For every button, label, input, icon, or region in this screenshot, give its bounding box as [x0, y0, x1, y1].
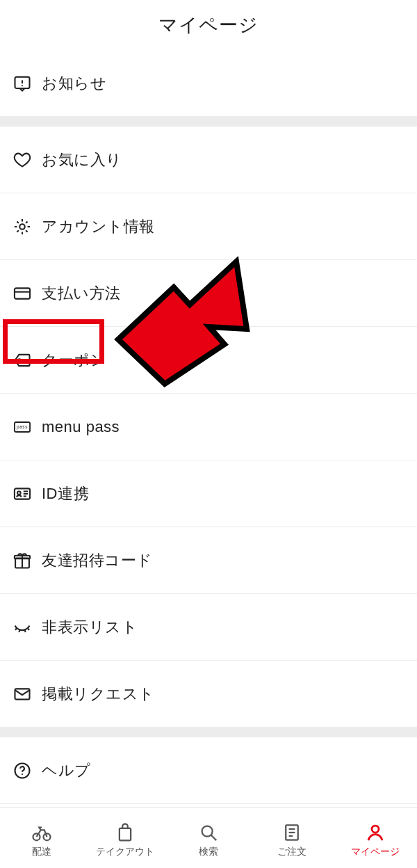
tab-label: ご注文 — [277, 846, 306, 858]
menu-item-invite[interactable]: 友達招待コード — [0, 527, 417, 594]
eye-closed-icon — [13, 618, 32, 637]
svg-line-17 — [19, 629, 19, 632]
page-title: マイページ — [158, 13, 259, 38]
svg-point-5 — [18, 359, 21, 362]
svg-point-22 — [22, 773, 23, 775]
tab-mypage[interactable]: マイページ — [334, 807, 417, 868]
idcard-icon — [13, 484, 32, 504]
notification-icon — [13, 74, 32, 93]
person-icon — [365, 822, 386, 843]
svg-rect-3 — [15, 288, 30, 298]
svg-point-2 — [19, 224, 24, 229]
svg-point-9 — [17, 491, 21, 495]
tab-label: 検索 — [199, 846, 218, 858]
menu-item-account[interactable]: アカウント情報 — [0, 193, 417, 260]
svg-line-27 — [211, 835, 217, 840]
svg-line-16 — [15, 628, 17, 630]
menu-item-favorites[interactable]: お気に入り — [0, 127, 417, 193]
svg-line-18 — [25, 629, 26, 632]
menu-item-idlink[interactable]: ID連携 — [0, 460, 417, 527]
menu-item-coupon[interactable]: クーポン — [0, 327, 417, 394]
tab-delivery[interactable]: 配達 — [0, 807, 83, 868]
tag-icon — [13, 351, 32, 370]
bottom-nav: 配達 テイクアウト 検索 ご注文 — [0, 807, 417, 868]
tab-label: 配達 — [32, 846, 51, 858]
tab-takeout[interactable]: テイクアウト — [83, 807, 167, 868]
svg-line-19 — [28, 628, 29, 630]
bike-icon — [31, 822, 52, 843]
page-header: マイページ — [0, 0, 417, 50]
tab-label: テイクアウト — [96, 846, 154, 858]
svg-point-32 — [372, 826, 379, 833]
section-separator — [0, 117, 417, 127]
receipt-icon — [281, 822, 302, 843]
menu-label: お気に入り — [42, 150, 122, 170]
menu-item-hiddenlist[interactable]: 非表示リスト — [0, 594, 417, 661]
menu-label: menu pass — [42, 418, 120, 436]
menu-label: お知らせ — [42, 73, 106, 94]
menu-label: 友達招待コード — [42, 550, 153, 571]
gear-icon — [13, 217, 32, 236]
menu-item-postrequest[interactable]: 掲載リクエスト — [0, 661, 417, 728]
menu-label: クーポン — [42, 350, 106, 371]
tab-label: マイページ — [351, 846, 400, 858]
svg-point-26 — [202, 826, 213, 836]
menu-label: 非表示リスト — [42, 617, 138, 638]
svg-point-1 — [22, 85, 23, 86]
card-icon — [13, 284, 32, 303]
tab-orders[interactable]: ご注文 — [250, 807, 334, 868]
menu-item-payment[interactable]: 支払い方法 — [0, 260, 417, 327]
envelope-icon — [13, 684, 32, 704]
menu-label: アカウント情報 — [42, 216, 155, 237]
heart-icon — [13, 150, 32, 170]
svg-rect-25 — [120, 828, 131, 840]
gift-icon — [13, 551, 32, 570]
menu-label: 支払い方法 — [42, 283, 121, 304]
menu-label: 掲載リクエスト — [42, 684, 155, 705]
menu-item-menupass[interactable]: pass menu pass — [0, 394, 417, 460]
help-icon — [13, 761, 32, 780]
svg-text:pass: pass — [17, 424, 28, 429]
search-icon — [198, 822, 219, 843]
section-separator — [0, 728, 417, 737]
bag-icon — [115, 822, 136, 843]
pass-icon: pass — [13, 417, 32, 437]
menu-label: ヘルプ — [42, 760, 91, 781]
menu-label: ID連携 — [42, 483, 89, 504]
tab-search[interactable]: 検索 — [167, 807, 250, 868]
menu-item-help[interactable]: ヘルプ — [0, 737, 417, 804]
menu-item-notifications[interactable]: お知らせ — [0, 50, 417, 117]
